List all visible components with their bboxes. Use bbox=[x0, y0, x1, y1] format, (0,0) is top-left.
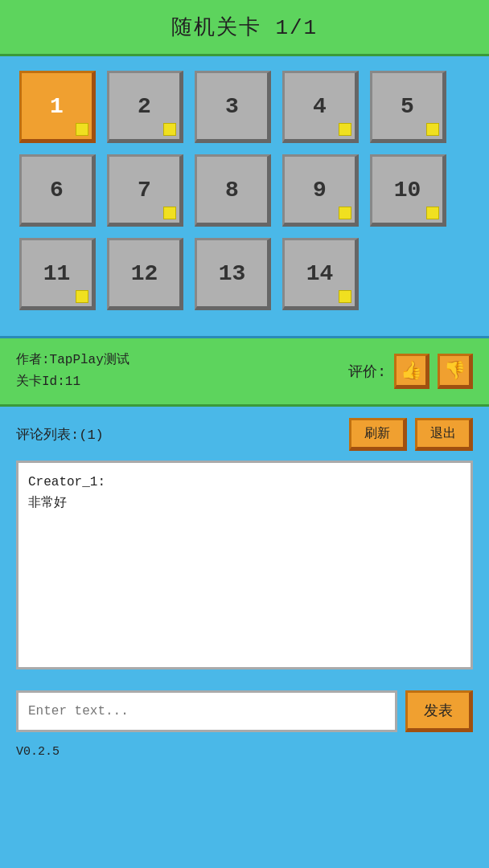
level-badge-14 bbox=[339, 290, 351, 303]
comment-title: 评论列表:(1) bbox=[16, 425, 104, 444]
comment-section: 评论列表:(1) 刷新 退出 Creator_1: 非常好 bbox=[0, 407, 489, 681]
header: 随机关卡 1/1 bbox=[0, 0, 489, 56]
comment-header: 评论列表:(1) 刷新 退出 bbox=[16, 418, 473, 451]
level-button-11[interactable]: 11 bbox=[19, 238, 96, 310]
refresh-button[interactable]: 刷新 bbox=[349, 418, 407, 451]
level-button-4[interactable]: 4 bbox=[282, 71, 359, 143]
submit-button[interactable]: 发表 bbox=[405, 690, 473, 732]
level-button-6[interactable]: 6 bbox=[19, 154, 96, 227]
thumbs-down-button[interactable]: 👎 bbox=[438, 354, 473, 389]
level-row-1: 12345 bbox=[19, 71, 470, 143]
info-area: 作者:TapPlay测试 关卡Id:11 评价: 👍 👎 bbox=[0, 338, 489, 407]
level-badge-5 bbox=[426, 123, 439, 136]
level-badge-11 bbox=[76, 290, 88, 303]
author-label: 作者:TapPlay测试 bbox=[16, 350, 129, 371]
level-button-14[interactable]: 14 bbox=[282, 238, 359, 310]
level-badge-7 bbox=[163, 207, 176, 219]
text-input[interactable] bbox=[16, 690, 397, 732]
level-row-3: 11121314 bbox=[19, 238, 470, 310]
level-badge-1 bbox=[76, 123, 88, 136]
level-grid-area: 12345 678910 11121314 bbox=[0, 56, 489, 338]
comment-box: Creator_1: 非常好 bbox=[16, 461, 473, 669]
level-button-8[interactable]: 8 bbox=[195, 154, 271, 227]
level-button-2[interactable]: 2 bbox=[107, 71, 183, 143]
page-title: 随机关卡 1/1 bbox=[171, 13, 318, 41]
rating-label: 评价: bbox=[348, 362, 386, 381]
level-button-9[interactable]: 9 bbox=[282, 154, 359, 227]
level-button-5[interactable]: 5 bbox=[370, 71, 446, 143]
level-badge-2 bbox=[163, 123, 176, 136]
level-button-7[interactable]: 7 bbox=[107, 154, 183, 227]
input-row: 发表 bbox=[0, 681, 489, 742]
level-row-2: 678910 bbox=[19, 154, 470, 227]
exit-button[interactable]: 退出 bbox=[415, 418, 473, 451]
level-button-3[interactable]: 3 bbox=[195, 71, 271, 143]
level-button-1[interactable]: 1 bbox=[19, 71, 96, 143]
level-button-13[interactable]: 13 bbox=[195, 238, 271, 310]
level-badge-10 bbox=[426, 207, 439, 219]
rating-area: 评价: 👍 👎 bbox=[348, 354, 473, 389]
level-button-12[interactable]: 12 bbox=[107, 238, 183, 310]
comment-actions: 刷新 退出 bbox=[349, 418, 473, 451]
level-id-label: 关卡Id:11 bbox=[16, 371, 129, 393]
version-label: V0.2.5 bbox=[0, 742, 489, 762]
level-button-10[interactable]: 10 bbox=[370, 154, 446, 227]
level-badge-9 bbox=[339, 207, 351, 219]
author-info: 作者:TapPlay测试 关卡Id:11 bbox=[16, 350, 129, 393]
thumbs-up-button[interactable]: 👍 bbox=[394, 354, 429, 389]
level-badge-4 bbox=[339, 123, 351, 136]
